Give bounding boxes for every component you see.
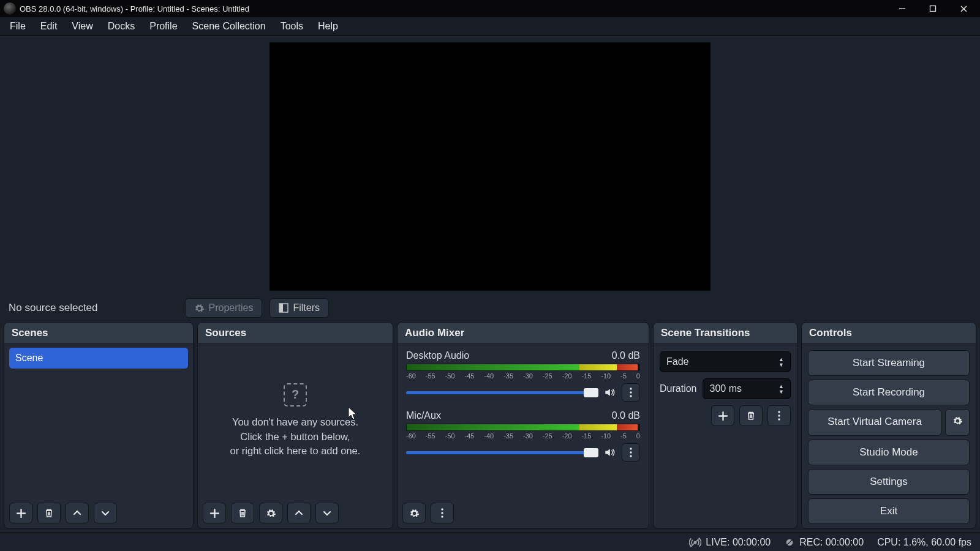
transition-properties-button[interactable]	[767, 405, 791, 426]
slider-thumb[interactable]	[584, 388, 598, 397]
preview-canvas[interactable]	[270, 42, 710, 291]
menu-file[interactable]: File	[2, 18, 33, 35]
menubar: File Edit View Docks Profile Scene Colle…	[0, 17, 980, 36]
maximize-button[interactable]	[918, 0, 948, 17]
advanced-audio-button[interactable]	[402, 503, 426, 523]
svg-point-11	[630, 455, 631, 457]
source-properties-button[interactable]	[259, 503, 282, 523]
menu-scene-collection[interactable]: Scene Collection	[185, 18, 273, 35]
status-live: LIVE: 00:00:00	[689, 536, 771, 549]
move-scene-up-button[interactable]	[66, 503, 89, 523]
preview-area	[0, 36, 980, 294]
exit-button[interactable]: Exit	[808, 498, 970, 524]
virtual-camera-settings-button[interactable]	[945, 409, 970, 436]
start-virtual-camera-button[interactable]: Start Virtual Camera	[808, 409, 941, 436]
move-source-down-button[interactable]	[315, 503, 339, 523]
channel-name: Mic/Aux	[406, 410, 441, 421]
slider-thumb[interactable]	[584, 448, 598, 457]
gear-icon	[266, 508, 276, 519]
scene-item[interactable]: Scene	[9, 348, 188, 369]
speaker-icon[interactable]	[603, 386, 616, 399]
sources-empty-state: ? You don't have any sources. Click the …	[198, 344, 393, 498]
channel-db: 0.0 dB	[612, 350, 640, 361]
sources-title: Sources	[198, 323, 393, 344]
remove-transition-button[interactable]	[739, 405, 763, 426]
add-source-button[interactable]	[203, 503, 226, 523]
chevron-down-icon	[322, 508, 332, 518]
controls-panel: Controls Start Streaming Start Recording…	[801, 322, 976, 529]
filters-icon	[279, 303, 288, 313]
filters-button[interactable]: Filters	[270, 298, 329, 318]
add-transition-button[interactable]	[711, 405, 734, 426]
menu-view[interactable]: View	[64, 18, 100, 35]
remove-scene-button[interactable]	[37, 503, 61, 523]
sources-list[interactable]: ? You don't have any sources. Click the …	[198, 344, 393, 498]
menu-docks[interactable]: Docks	[100, 18, 142, 35]
app-logo-icon	[4, 2, 16, 15]
audio-mixer-panel: Audio Mixer Desktop Audio 0.0 dB -60-55-…	[397, 322, 649, 529]
gear-icon	[194, 303, 205, 313]
chevron-down-icon	[100, 508, 110, 518]
audio-meter	[406, 424, 640, 431]
sources-toolbar	[198, 498, 393, 528]
filters-label: Filters	[293, 302, 320, 313]
svg-point-6	[630, 388, 631, 389]
status-rec: REC: 00:00:00	[784, 537, 864, 548]
svg-point-15	[778, 411, 780, 413]
channel-menu-button[interactable]	[622, 383, 640, 402]
mixer-title: Audio Mixer	[398, 323, 649, 344]
transition-select[interactable]: Fade ▲▼	[660, 351, 791, 372]
controls-title: Controls	[802, 323, 976, 344]
speaker-icon[interactable]	[603, 446, 616, 459]
svg-rect-5	[279, 304, 283, 312]
duration-label: Duration	[660, 383, 696, 394]
channel-menu-button[interactable]	[622, 443, 640, 462]
close-button[interactable]	[948, 0, 979, 17]
chevron-up-icon	[294, 508, 304, 518]
add-scene-button[interactable]	[9, 503, 32, 523]
window-title: OBS 28.0.0 (64-bit, windows) - Profile: …	[20, 4, 887, 13]
menu-profile[interactable]: Profile	[142, 18, 184, 35]
mixer-toolbar	[398, 498, 649, 528]
mixer-menu-button[interactable]	[431, 503, 454, 523]
audio-meter	[406, 364, 640, 371]
menu-edit[interactable]: Edit	[33, 18, 65, 35]
question-icon: ?	[284, 383, 307, 407]
properties-button[interactable]: Properties	[185, 298, 263, 318]
remove-source-button[interactable]	[231, 503, 254, 523]
volume-slider[interactable]	[406, 451, 597, 454]
menu-help[interactable]: Help	[311, 18, 345, 35]
move-source-up-button[interactable]	[287, 503, 311, 523]
source-toolbar: No source selected Properties Filters	[0, 294, 980, 322]
statusbar: LIVE: 00:00:00 REC: 00:00:00 CPU: 1.6%, …	[0, 533, 980, 551]
transitions-panel: Scene Transitions Fade ▲▼ Duration 300 m…	[653, 322, 797, 529]
studio-mode-button[interactable]: Studio Mode	[808, 440, 970, 465]
start-streaming-button[interactable]: Start Streaming	[808, 350, 970, 376]
transition-value: Fade	[666, 356, 688, 367]
mixer-channel-desktop-audio: Desktop Audio 0.0 dB -60-55-50-45-40-35-…	[398, 344, 649, 404]
scenes-toolbar	[4, 498, 193, 528]
sources-empty-line1: You don't have any sources.	[232, 415, 358, 430]
move-scene-down-button[interactable]	[94, 503, 117, 523]
meter-ticks: -60-55-50-45-40-35-30-25-20-15-10-50	[406, 432, 640, 440]
plus-icon	[16, 508, 26, 519]
kebab-icon	[441, 508, 443, 518]
properties-label: Properties	[209, 302, 254, 313]
svg-point-16	[778, 414, 780, 416]
scenes-list[interactable]: Scene	[4, 344, 193, 498]
duration-input[interactable]: 300 ms ▲▼	[703, 378, 791, 399]
scenes-panel: Scenes Scene	[4, 322, 194, 529]
menu-tools[interactable]: Tools	[273, 18, 311, 35]
settings-button[interactable]: Settings	[808, 469, 970, 495]
volume-slider[interactable]	[406, 391, 597, 394]
minimize-button[interactable]	[887, 0, 918, 17]
docks-row: Scenes Scene Sources ? You don't have an…	[0, 322, 980, 533]
mixer-channel-mic-aux: Mic/Aux 0.0 dB -60-55-50-45-40-35-30-25-…	[398, 404, 649, 464]
select-arrows-icon: ▲▼	[778, 357, 784, 367]
chevron-up-icon	[72, 508, 82, 518]
selection-label: No source selected	[9, 302, 98, 314]
svg-point-7	[630, 391, 631, 393]
trash-icon	[44, 508, 54, 518]
titlebar: OBS 28.0.0 (64-bit, windows) - Profile: …	[0, 0, 980, 17]
start-recording-button[interactable]: Start Recording	[808, 380, 970, 405]
